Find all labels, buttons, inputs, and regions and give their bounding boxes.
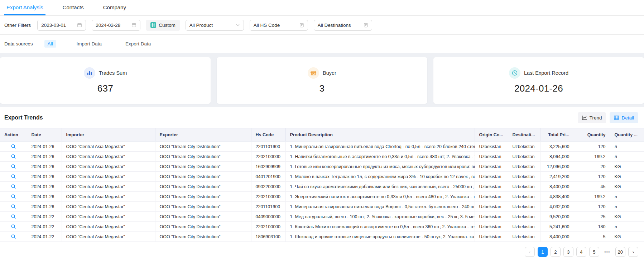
cell-quantity-unit: л: [610, 152, 644, 162]
date-from-field[interactable]: [37, 20, 86, 31]
cell-description: 1. Напитки безалкогольные в ассортименте…: [285, 152, 475, 162]
cell-quantity-unit: KG: [610, 162, 644, 172]
cell-destination: Uzbekistan: [508, 182, 540, 192]
hs-code-filter[interactable]: All HS Code: [250, 20, 308, 31]
cell-date: 2024-01-22: [27, 212, 62, 222]
search-icon[interactable]: [9, 203, 17, 211]
prev-page-button[interactable]: ‹: [525, 247, 535, 257]
cell-exporter: OOO "Dream City Distribution": [155, 142, 251, 152]
col-exporter: Exporter: [155, 128, 251, 142]
cell-total-price: 8,400,000: [540, 182, 574, 192]
table-row: 2024-01-26 OOO "Central Asia Megastar" O…: [0, 142, 644, 152]
search-icon[interactable]: [9, 183, 17, 191]
product-filter-value: All Product: [189, 23, 213, 28]
cell-quantity: 199.2: [574, 192, 610, 202]
cell-destination: Uzbekistan: [508, 232, 540, 242]
next-page-button[interactable]: ›: [628, 247, 638, 257]
page-button-4[interactable]: 4: [576, 247, 586, 257]
tab-contacts[interactable]: Contacts: [61, 0, 86, 15]
pagination: ‹ 1 2 3 4 5 ••• 20 ›: [0, 247, 638, 257]
page-button-20[interactable]: 20: [615, 247, 625, 257]
cell-total-price: 5,241,600: [540, 222, 574, 232]
search-icon[interactable]: [9, 143, 17, 151]
page-button-1[interactable]: 1: [538, 247, 548, 257]
search-icon[interactable]: [9, 213, 17, 221]
top-tabbar: Export Analysis Contacts Company: [0, 0, 644, 16]
cell-hs-code: 2201101900: [251, 202, 285, 212]
cell-origin: Uzbekistan: [475, 172, 508, 182]
cell-quantity: 120: [574, 172, 610, 182]
trend-view-button[interactable]: Trend: [578, 112, 606, 123]
tab-company[interactable]: Company: [101, 0, 128, 15]
col-origin-country: Origin Co...: [475, 128, 508, 142]
cell-quantity: 120: [574, 202, 610, 212]
cell-quantity-unit: л: [610, 192, 644, 202]
cell-total-price: 3,225,600: [540, 142, 574, 152]
filter-bar: Other Filters Custom All Produc: [0, 16, 644, 35]
data-sources-label: Data sources: [4, 41, 33, 47]
custom-range-button[interactable]: Custom: [146, 20, 180, 31]
cell-quantity: 199.2: [574, 152, 610, 162]
cell-hs-code: 2202100000: [251, 192, 285, 202]
cell-total-price: 12,096,000: [540, 162, 574, 172]
cell-description: 1. Коктейль Мохито освежающий в ассортим…: [285, 222, 475, 232]
page-button-5[interactable]: 5: [589, 247, 599, 257]
cell-quantity: 20: [574, 162, 610, 172]
cell-exporter: OOO "Dream City Distribution": [155, 212, 251, 222]
col-importer: Importer: [62, 128, 155, 142]
table-row: 2024-01-22 OOO "Central Asia Megastar" O…: [0, 232, 644, 242]
search-icon[interactable]: [9, 223, 17, 231]
search-icon[interactable]: [9, 163, 17, 171]
cell-importer: OOO "Central Asia Megastar": [62, 202, 155, 212]
cell-total-price: 8,064,000: [540, 152, 574, 162]
buyer-card: Buyer 3: [217, 57, 427, 104]
cell-destination: Uzbekistan: [508, 202, 540, 212]
table-row: 2024-01-26 OOO "Central Asia Megastar" O…: [0, 192, 644, 202]
tab-export-analysis[interactable]: Export Analysis: [4, 0, 45, 15]
detail-view-button[interactable]: Detail: [610, 112, 638, 123]
page-button-2[interactable]: 2: [551, 247, 561, 257]
cell-date: 2024-01-22: [27, 232, 62, 242]
calendar-icon: [77, 23, 82, 28]
search-icon[interactable]: [9, 153, 17, 161]
line-chart-icon: [582, 115, 587, 120]
table-row: 2024-01-26 OOO "Central Asia Megastar" O…: [0, 172, 644, 182]
calendar-icon: [131, 23, 136, 28]
cell-date: 2024-01-26: [27, 162, 62, 172]
shop-icon: [308, 67, 319, 79]
cell-hs-code: 2201101900: [251, 142, 285, 152]
buyer-value: 3: [319, 83, 325, 94]
search-icon[interactable]: [9, 193, 17, 201]
destinations-filter-value: All Destinations: [318, 23, 351, 28]
cell-importer: OOO "Central Asia Megastar": [62, 152, 155, 162]
trades-sum-value: 637: [97, 83, 113, 94]
cell-origin: Uzbekistan: [475, 142, 508, 152]
last-export-record-value: 2024-01-26: [514, 83, 563, 94]
page-button-3[interactable]: 3: [563, 247, 573, 257]
cell-quantity-unit: KG: [610, 172, 644, 182]
search-icon[interactable]: [9, 173, 17, 181]
date-to-field[interactable]: [92, 20, 140, 31]
pagination-ellipsis: •••: [602, 247, 612, 257]
table-row: 2024-01-26 OOO "Central Asia Megastar" O…: [0, 162, 644, 172]
cell-importer: OOO "Central Asia Megastar": [62, 192, 155, 202]
cell-description: 1. Энергетический напиток в ассортименте…: [285, 192, 475, 202]
cell-date: 2024-01-22: [27, 222, 62, 232]
source-export-data[interactable]: Export Data: [122, 40, 154, 48]
date-from-input[interactable]: [41, 23, 73, 28]
cell-date: 2024-01-26: [27, 192, 62, 202]
search-icon[interactable]: [9, 233, 17, 241]
cell-exporter: OOO "Dream City Distribution": [155, 202, 251, 212]
col-product-description: Product Description: [285, 128, 475, 142]
col-quantity-unit: Quantity ...: [610, 128, 644, 142]
export-trends-title: Export Trends: [4, 114, 43, 121]
date-to-input[interactable]: [96, 23, 127, 28]
source-import-data[interactable]: Import Data: [73, 40, 105, 48]
cell-quantity-unit: л: [610, 222, 644, 232]
cell-date: 2024-01-26: [27, 202, 62, 212]
source-all[interactable]: All: [44, 40, 56, 48]
cell-origin: Uzbekistan: [475, 162, 508, 172]
destinations-filter[interactable]: All Destinations: [314, 20, 372, 31]
product-filter-select[interactable]: All Product: [186, 20, 244, 31]
export-trends-panel: Export Trends Trend Detail: [0, 107, 644, 257]
